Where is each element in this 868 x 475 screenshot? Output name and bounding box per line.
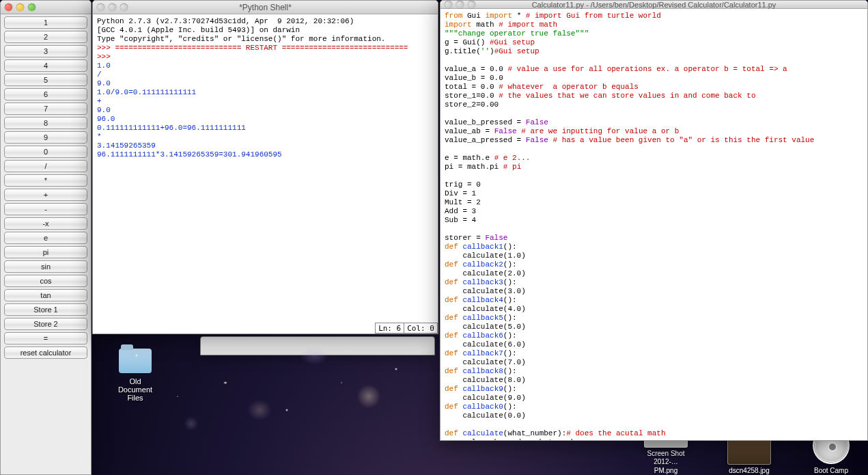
calc-button-resetcalculator[interactable]: reset calculator (4, 347, 87, 359)
shell-content[interactable]: Python 2.7.3 (v2.7.3:70274d53c1dd, Apr 9… (93, 14, 438, 334)
code-line (445, 172, 863, 180)
code-line: def callback5(): (445, 314, 863, 323)
calc-button-7[interactable]: 7 (4, 103, 87, 115)
code-line: store_2=0.00 (445, 100, 863, 109)
code-line: value_a = 0.0 # value a use for all oper… (445, 65, 863, 74)
close-icon[interactable] (97, 3, 104, 11)
titlebar[interactable]: Calculator11.py - /Users/ben/Desktop/Rev… (440, 1, 867, 9)
code-line: def callback7(): (445, 349, 863, 358)
editor-window: Calculator11.py - /Users/ben/Desktop/Rev… (440, 0, 868, 441)
shell-line: >>> ============================ RESTART… (97, 44, 434, 53)
code-line: value_a_pressed = False # has a value be… (445, 136, 863, 145)
dock-item[interactable]: Boot Camp (807, 427, 855, 476)
code-line: calculate(3.0) (445, 287, 863, 296)
code-line: calculate(8.0) (445, 376, 863, 385)
shell-line: * (97, 133, 434, 141)
code-line: Div = 1 (445, 189, 863, 198)
calc-button-store1[interactable]: Store 1 (4, 303, 87, 316)
code-line: def callback8(): (445, 367, 863, 376)
code-line: g.title('')#Gui setup (445, 47, 863, 56)
calc-button-x[interactable]: -x (4, 217, 87, 230)
close-icon[interactable] (5, 3, 12, 11)
calc-button-[interactable]: * (4, 174, 87, 187)
shell-line: 9.0 (97, 106, 434, 115)
code-line: pi = math.pi # pi (445, 163, 863, 172)
calc-button-[interactable]: / (4, 160, 87, 172)
shell-line: Python 2.7.3 (v2.7.3:70274d53c1dd, Apr 9… (97, 17, 434, 26)
shell-line: 9.0 (97, 79, 434, 88)
code-line (445, 225, 863, 234)
code-line (445, 109, 863, 118)
minimize-icon[interactable] (109, 3, 116, 11)
code-line: e = math.e # e 2... (445, 154, 863, 163)
code-line: def callback2(): (445, 260, 863, 269)
zoom-icon[interactable] (120, 3, 128, 11)
calc-button-2[interactable]: 2 (4, 31, 87, 43)
code-line: value_ab = False # are we inputting for … (445, 127, 863, 136)
desktop-folder[interactable]: Old Document Files (115, 349, 156, 402)
code-line: value_b_pressed = False (445, 118, 863, 127)
dock-item[interactable]: Screen Shot 2012-…PM.png (642, 413, 690, 476)
code-line: value_changed = what_number (445, 438, 863, 441)
zoom-icon[interactable] (28, 3, 36, 11)
code-line: calculate(6.0) (445, 340, 863, 349)
minimize-icon[interactable] (16, 3, 24, 11)
code-line: g = Gui() #Gui setup (445, 38, 863, 47)
calc-button-[interactable]: = (4, 332, 87, 344)
calc-button-5[interactable]: 5 (4, 74, 87, 86)
code-line: def callback0(): (445, 403, 863, 411)
code-line: trig = 0 (445, 180, 863, 189)
code-line: Sub = 4 (445, 216, 863, 225)
shell-output: Python 2.7.3 (v2.7.3:70274d53c1dd, Apr 9… (93, 14, 438, 162)
calc-button-store2[interactable]: Store 2 (4, 318, 87, 330)
code-line: calculate(4.0) (445, 305, 863, 314)
shell-line: 96.0 (97, 115, 434, 124)
editor-source: from Gui import * # import Gui from turt… (440, 9, 867, 441)
code-line: calculate(9.0) (445, 394, 863, 403)
calc-button-[interactable]: + (4, 189, 87, 201)
calc-button-sin[interactable]: sin (4, 260, 87, 273)
code-line: import math # import math (445, 21, 863, 29)
code-line: def callback3(): (445, 278, 863, 287)
calc-button-1[interactable]: 1 (4, 16, 87, 29)
background-window-stub (200, 336, 435, 355)
shell-line: 1.0 (97, 62, 434, 70)
code-line: def callback1(): (445, 243, 863, 252)
code-line: value_b = 0.0 (445, 74, 863, 83)
calc-button-e[interactable]: e (4, 232, 87, 244)
calc-button-0[interactable]: 0 (4, 146, 87, 158)
calc-button-pi[interactable]: pi (4, 246, 87, 258)
close-icon[interactable] (445, 1, 452, 8)
titlebar[interactable] (1, 1, 91, 14)
code-line: storer = False (445, 234, 863, 243)
shell-line: 1.0/9.0=0.111111111111 (97, 88, 434, 97)
calc-button-9[interactable]: 9 (4, 131, 87, 144)
code-line: from Gui import * # import Gui from turt… (445, 12, 863, 21)
calc-button-4[interactable]: 4 (4, 59, 87, 72)
status-bar: Ln: 6 Col: 0 (375, 323, 438, 334)
minimize-icon[interactable] (456, 1, 464, 8)
calc-button-tan[interactable]: tan (4, 289, 87, 301)
status-line: Ln: 6 (376, 323, 404, 333)
shell-line: 96.1111111111*3.14159265359=301.94196059… (97, 150, 434, 159)
shell-line: 0.111111111111+96.0=96.1111111111 (97, 124, 434, 133)
code-line: Add = 3 (445, 207, 863, 216)
code-line: calculate(1.0) (445, 252, 863, 260)
calc-button-6[interactable]: 6 (4, 88, 87, 100)
window-title: *Python Shell* (93, 3, 438, 12)
dvd-icon (813, 427, 850, 464)
zoom-icon[interactable] (468, 1, 475, 8)
calc-button-3[interactable]: 3 (4, 45, 87, 57)
calc-button-8[interactable]: 8 (4, 117, 87, 129)
desktop-bg: Old Document Files Screen Shot 2012-…PM.… (0, 0, 868, 475)
image-thumb-icon (727, 431, 771, 465)
calc-button-cos[interactable]: cos (4, 275, 87, 287)
shell-line: [GCC 4.0.1 (Apple Inc. build 5493)] on d… (97, 26, 434, 35)
code-line: def callback9(): (445, 385, 863, 394)
titlebar[interactable]: *Python Shell* (93, 1, 438, 14)
shell-line: Type "copyright", "credits" or "license(… (97, 35, 434, 44)
code-line (445, 420, 863, 429)
calc-button-[interactable]: - (4, 203, 87, 215)
dock-item[interactable]: dscn4258.jpg (725, 431, 773, 476)
editor-content[interactable]: from Gui import * # import Gui from turt… (440, 9, 867, 441)
